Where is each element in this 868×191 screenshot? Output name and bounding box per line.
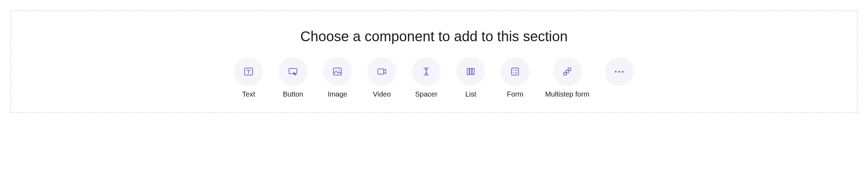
component-form[interactable]: Form	[501, 57, 530, 98]
spacer-icon	[412, 57, 441, 86]
component-label: Form	[507, 90, 524, 98]
section-title: Choose a component to add to this sectio…	[300, 29, 568, 44]
svg-rect-11	[512, 68, 519, 75]
multistep-form-icon	[553, 57, 582, 86]
svg-point-14	[513, 73, 514, 74]
svg-point-12	[513, 70, 514, 71]
component-label: Image	[328, 90, 347, 98]
svg-rect-4	[378, 69, 384, 74]
text-icon	[234, 57, 263, 86]
component-spacer[interactable]: Spacer	[412, 57, 441, 98]
svg-rect-1	[289, 68, 297, 74]
form-icon	[501, 57, 530, 86]
button-icon	[279, 57, 307, 86]
component-label: Multistep form	[545, 90, 589, 98]
component-more[interactable]	[605, 57, 634, 90]
component-button[interactable]: Button	[279, 57, 307, 98]
svg-rect-10	[472, 68, 475, 75]
svg-point-3	[338, 70, 340, 71]
svg-rect-2	[334, 68, 342, 75]
component-label: Button	[283, 90, 303, 98]
component-label: List	[465, 90, 476, 98]
component-picker-row: Text Button Image	[234, 57, 634, 98]
component-video[interactable]: Video	[367, 57, 396, 98]
component-multistep-form[interactable]: Multistep form	[545, 57, 589, 98]
more-icon	[605, 57, 634, 86]
component-text[interactable]: Text	[234, 57, 263, 98]
component-image[interactable]: Image	[323, 57, 352, 98]
add-component-dropzone: Choose a component to add to this sectio…	[11, 11, 857, 113]
component-label: Text	[242, 90, 255, 98]
component-list[interactable]: List	[456, 57, 485, 98]
svg-rect-8	[467, 68, 469, 75]
list-icon	[456, 57, 485, 86]
component-label: Video	[373, 90, 391, 98]
svg-rect-9	[470, 68, 472, 75]
video-icon	[367, 57, 396, 86]
image-icon	[323, 57, 352, 86]
component-label: Spacer	[415, 90, 438, 98]
